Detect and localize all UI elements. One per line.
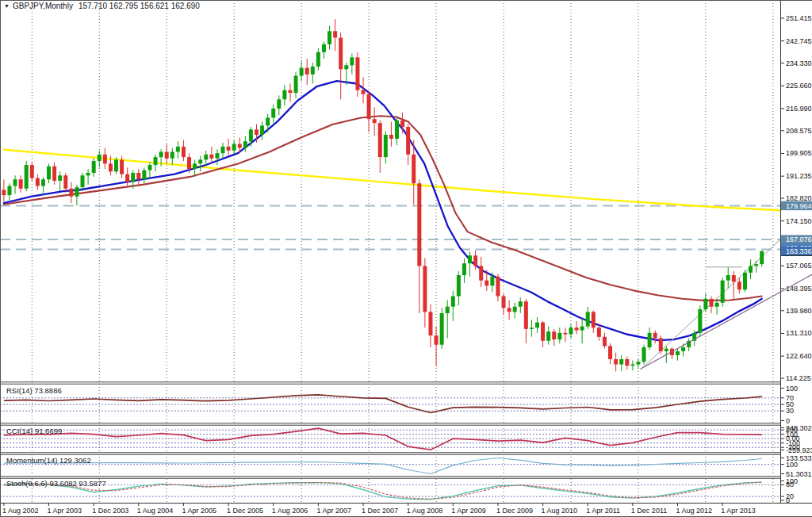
candle bbox=[384, 135, 388, 157]
axis-label: 131.310 bbox=[786, 329, 812, 337]
candle bbox=[760, 251, 764, 264]
candle bbox=[288, 90, 292, 93]
candle bbox=[575, 327, 579, 330]
axis-label: 1 Aug 2008 bbox=[407, 507, 443, 515]
axis-label: 1 Aug 2002 bbox=[2, 507, 39, 515]
candle bbox=[13, 179, 17, 186]
candle bbox=[52, 167, 56, 181]
candle bbox=[597, 327, 601, 337]
candle bbox=[586, 312, 590, 326]
chart-background bbox=[0, 0, 812, 517]
candle bbox=[238, 144, 242, 148]
candle bbox=[367, 94, 371, 119]
candle bbox=[249, 129, 253, 141]
candle bbox=[333, 31, 337, 37]
axis-label: 1 Dec 2011 bbox=[631, 507, 667, 515]
axis-label: 139.980 bbox=[786, 307, 812, 315]
candle bbox=[592, 312, 596, 327]
candle bbox=[255, 129, 259, 135]
axis-label: 1 Dec 2007 bbox=[362, 507, 398, 515]
candle bbox=[653, 333, 657, 339]
candle bbox=[665, 349, 668, 351]
axis-label: 1 Dec 2009 bbox=[496, 507, 533, 515]
candle bbox=[373, 119, 377, 123]
axis-label: 216.990 bbox=[786, 105, 812, 113]
axis-label: 100 bbox=[786, 385, 798, 393]
candle bbox=[473, 255, 477, 266]
candle bbox=[75, 187, 79, 197]
candle bbox=[603, 337, 607, 347]
candle bbox=[530, 327, 534, 329]
candle bbox=[519, 301, 523, 307]
candle bbox=[282, 90, 286, 100]
candle bbox=[698, 309, 702, 333]
candle bbox=[642, 347, 646, 362]
candle bbox=[440, 313, 444, 345]
candle bbox=[109, 163, 113, 171]
candle bbox=[614, 359, 618, 365]
candle bbox=[327, 31, 331, 44]
candle bbox=[732, 275, 736, 281]
candle bbox=[355, 57, 359, 90]
candle bbox=[98, 155, 102, 161]
candle bbox=[457, 275, 461, 296]
candle bbox=[260, 125, 264, 135]
candle bbox=[47, 167, 51, 180]
candle bbox=[322, 44, 326, 52]
candle bbox=[344, 65, 348, 69]
trading-chart[interactable]: 251.415242.745234.330225.660216.990208.5… bbox=[0, 0, 812, 517]
candle bbox=[378, 123, 382, 157]
axis-label: 225.660 bbox=[786, 82, 812, 90]
candle bbox=[468, 255, 472, 263]
candle bbox=[2, 190, 6, 195]
axis-label: 114.225 bbox=[786, 374, 811, 382]
candle bbox=[114, 159, 118, 171]
axis-label: 1 Aug 2004 bbox=[137, 507, 174, 515]
candle bbox=[681, 347, 685, 351]
candle bbox=[204, 155, 208, 160]
price-axis[interactable]: 251.415242.745234.330225.660216.990208.5… bbox=[780, 0, 812, 504]
candle bbox=[619, 359, 623, 365]
candle bbox=[569, 327, 573, 334]
axis-label: 157.065 bbox=[786, 262, 812, 270]
candle bbox=[446, 307, 450, 313]
candle bbox=[36, 178, 40, 186]
candle bbox=[316, 52, 320, 67]
candle bbox=[147, 165, 151, 170]
candle bbox=[508, 308, 511, 312]
candle bbox=[754, 264, 758, 266]
axis-label: 1 Apr 2007 bbox=[316, 507, 351, 515]
candle bbox=[676, 351, 680, 355]
candle bbox=[227, 147, 231, 151]
candle bbox=[305, 68, 309, 75]
candle bbox=[557, 333, 561, 339]
candle bbox=[350, 57, 354, 65]
candle bbox=[294, 76, 298, 94]
candle bbox=[625, 359, 629, 366]
candle bbox=[406, 127, 410, 155]
candle bbox=[142, 170, 146, 180]
symbol-dropdown-icon[interactable]: ▼ bbox=[4, 3, 10, 9]
candle bbox=[243, 141, 247, 147]
candle bbox=[502, 297, 506, 308]
candle bbox=[277, 99, 281, 109]
axis-label: 1 Apr 2003 bbox=[48, 507, 82, 515]
candle bbox=[63, 175, 67, 189]
candle bbox=[30, 165, 34, 178]
axis-label: 199.905 bbox=[786, 149, 812, 157]
axis-label: 148.395 bbox=[786, 285, 812, 293]
axis-label: 1 Aug 2010 bbox=[542, 507, 578, 515]
candle bbox=[187, 157, 191, 169]
axis-label: 1 Dec 2005 bbox=[227, 507, 263, 515]
candle bbox=[136, 173, 140, 179]
candle bbox=[221, 147, 225, 153]
axis-label: 174.150 bbox=[786, 217, 812, 225]
candle bbox=[749, 266, 753, 272]
candle bbox=[726, 275, 730, 281]
axis-label: 191.235 bbox=[786, 172, 812, 180]
candle bbox=[193, 163, 197, 169]
candle bbox=[715, 303, 719, 307]
candle bbox=[485, 281, 488, 286]
candle bbox=[19, 179, 23, 189]
candle bbox=[479, 266, 483, 280]
